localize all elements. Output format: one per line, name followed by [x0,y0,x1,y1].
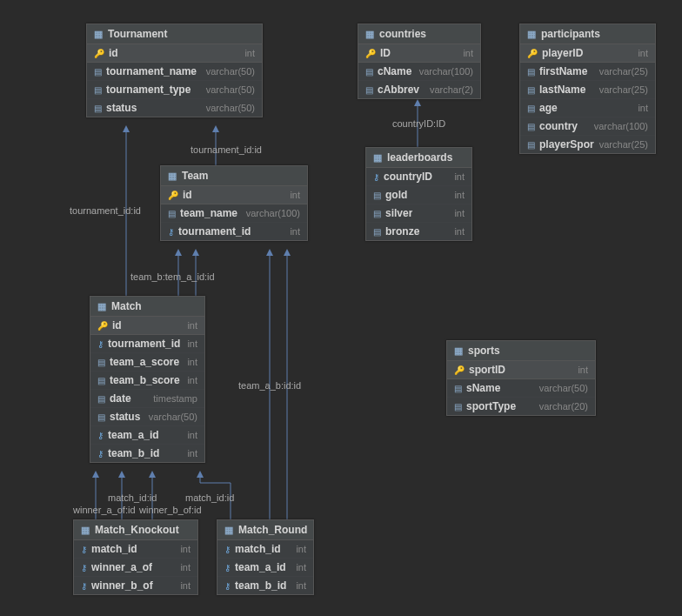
column-row[interactable]: ⚷countryIDint [366,168,471,186]
fk-icon: ⚷ [97,339,104,349]
entity-sports[interactable]: ▦sports🔑sportIDint▤sNamevarchar(50)▤spor… [446,340,596,416]
column-row[interactable]: 🔑idint [161,186,307,204]
entity-team[interactable]: ▦Team🔑idint▤team_namevarchar(100)⚷tourna… [160,165,308,241]
column-row[interactable]: ▤countryvarchar(100) [520,117,655,136]
rel-label: tournament_id:id [70,205,141,216]
fk-icon: ⚷ [81,563,87,572]
column-row[interactable]: ▤datetimestamp [90,390,204,408]
column-row[interactable]: ⚷team_a_idint [217,559,313,577]
column-row[interactable]: ⚷winner_b_ofint [74,577,197,594]
entity-header[interactable]: ▦participants [520,24,655,44]
column-row[interactable]: ▤bronzeint [366,223,471,240]
column-row[interactable]: 🔑playerIDint [520,44,655,63]
column-type: varchar(25) [594,139,648,150]
fk-icon: ⚷ [97,431,104,440]
column-row[interactable]: ▤sportTypevarchar(20) [447,398,595,415]
column-row[interactable]: ▤lastNamevarchar(25) [520,81,655,99]
column-type: varchar(100) [241,208,300,218]
column-name: winner_b_of [91,579,153,592]
column-row[interactable]: 🔑sportIDint [447,361,595,379]
column-row[interactable]: 🔑IDint [358,44,480,63]
column-type: int [182,357,197,367]
column-row[interactable]: ▤ageint [520,99,655,117]
fk-icon: ⚷ [224,563,231,572]
column-name: tournament_name [106,65,197,77]
column-name: date [110,392,131,405]
entity-header[interactable]: ▦Match_Round [217,520,313,540]
column-name: tournament_type [106,84,191,96]
column-row[interactable]: ⚷team_b_idint [90,445,204,462]
column-name: sportType [466,400,516,412]
column-icon: ▤ [527,67,535,77]
column-row[interactable]: ▤statusvarchar(50) [87,99,262,117]
rel-label: team_b:tem_a_id:id [130,271,215,282]
column-row[interactable]: ⚷match_idint [74,540,197,559]
entity-header[interactable]: ▦sports [447,341,595,361]
column-type: varchar(25) [594,66,648,77]
column-row[interactable]: ⚷winner_a_ofint [74,559,197,577]
column-name: team_b_score [110,374,180,386]
column-row[interactable]: ⚷team_a_idint [90,426,204,445]
column-row[interactable]: ▤playerSportvarchar(25) [520,136,655,153]
column-row[interactable]: ▤sNamevarchar(50) [447,379,595,398]
entity-body: 🔑IDint▤cNamevarchar(100)▤cAbbrevvarchar(… [358,44,480,98]
column-type: int [449,190,465,200]
column-row[interactable]: ▤team_b_scoreint [90,372,204,390]
column-type: varchar(25) [594,84,648,95]
erd-canvas[interactable]: tournament_id:id tournament_id:id team_b… [0,0,682,616]
column-row[interactable]: ▤tournament_typevarchar(50) [87,81,262,99]
column-type: int [182,320,197,331]
column-type: int [449,226,465,237]
column-name: ID [380,47,391,59]
entity-header[interactable]: ▦Tournament [87,24,262,44]
column-row[interactable]: ▤firstNamevarchar(25) [520,63,655,81]
rel-label: match_id:id [185,492,234,503]
column-icon: ▤ [527,85,535,95]
column-row[interactable]: ▤team_namevarchar(100) [161,204,307,223]
column-row[interactable]: ▤silverint [366,204,471,223]
entity-title: Match_Round [238,524,307,536]
column-row[interactable]: ⚷match_idint [217,540,313,559]
column-name: cName [378,65,411,77]
rel-label: team_a_b:id:id [238,380,301,391]
column-name: age [539,102,558,114]
entity-tournament[interactable]: ▦Tournament🔑idint▤tournament_namevarchar… [86,23,263,117]
entity-title: participants [541,28,600,40]
entity-title: Match [111,300,142,312]
entity-header[interactable]: ▦Match [90,297,204,317]
column-row[interactable]: ▤tournament_namevarchar(50) [87,63,262,81]
column-row[interactable]: ▤goldint [366,186,471,204]
column-type: int [449,208,465,218]
column-row[interactable]: ▤cNamevarchar(100) [358,63,480,81]
column-icon: ▤ [94,104,102,113]
column-row[interactable]: 🔑idint [90,317,204,335]
entity-header[interactable]: ▦leaderboards [366,148,471,168]
entity-header[interactable]: ▦countries [358,24,480,44]
column-row[interactable]: ▤team_a_scoreint [90,353,204,372]
column-name: status [106,102,137,114]
entity-countries[interactable]: ▦countries🔑IDint▤cNamevarchar(100)▤cAbbr… [358,23,481,99]
column-row[interactable]: ⚷tournament_idint [161,223,307,240]
table-icon: ▦ [365,29,374,40]
column-icon: ▤ [97,394,105,404]
column-row[interactable]: ▤statusvarchar(50) [90,408,204,426]
column-row[interactable]: ⚷team_b_idint [217,577,313,594]
column-type: varchar(20) [534,401,588,412]
entity-body: 🔑idint▤tournament_namevarchar(50)▤tourna… [87,44,262,117]
column-type: int [449,171,465,182]
entity-header[interactable]: ▦Match_Knockout [74,520,197,540]
rel-label: match_id:id [108,492,157,503]
entity-match_knockout[interactable]: ▦Match_Knockout⚷match_idint⚷winner_a_ofi… [73,519,198,595]
entity-body: ⚷match_idint⚷winner_a_ofint⚷winner_b_ofi… [74,540,197,594]
entity-leaderboards[interactable]: ▦leaderboards⚷countryIDint▤goldint▤silve… [365,147,472,241]
entity-match_round[interactable]: ▦Match_Round⚷match_idint⚷team_a_idint⚷te… [217,519,314,595]
entity-header[interactable]: ▦Team [161,166,307,186]
fk-icon: ⚷ [81,545,87,554]
fk-icon: ⚷ [373,172,379,182]
column-row[interactable]: ⚷tournament_idint [90,335,204,353]
column-row[interactable]: ▤cAbbrevvarchar(2) [358,81,480,98]
fk-icon: ⚷ [168,227,174,237]
entity-match[interactable]: ▦Match🔑idint⚷tournament_idint▤team_a_sco… [90,296,205,463]
entity-participants[interactable]: ▦participants🔑playerIDint▤firstNamevarch… [519,23,656,154]
column-row[interactable]: 🔑idint [87,44,262,63]
